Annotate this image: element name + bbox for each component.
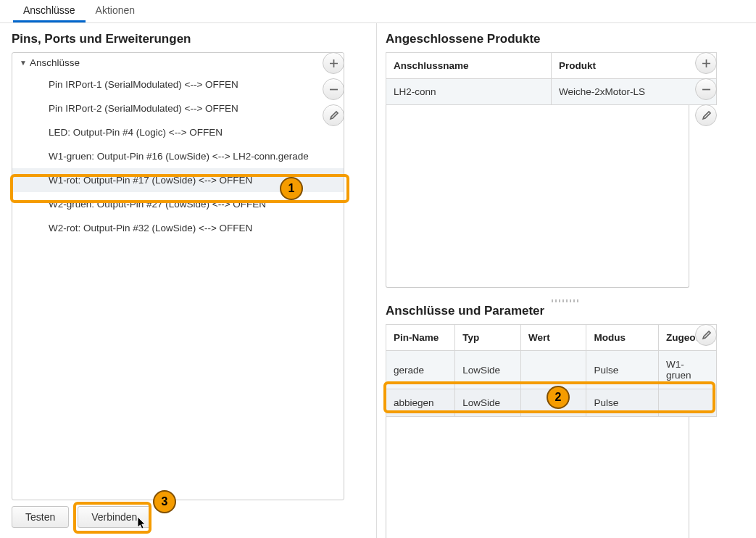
test-button[interactable]: Testen: [12, 506, 69, 528]
tree-item[interactable]: Pin IRPort-2 (SerialModulated) <--> OFFE…: [12, 96, 344, 120]
pins-heading: Pins, Ports und Erweiterungen: [12, 32, 372, 46]
cell-conn-name: LH2-conn: [386, 79, 552, 105]
table-row[interactable]: gerade LowSide Pulse W1-gruen: [386, 351, 717, 389]
products-table[interactable]: Anschlussname Produkt LH2-conn Weiche-2x…: [386, 52, 717, 105]
minus-icon: [701, 84, 712, 95]
remove-product-button[interactable]: [695, 78, 717, 100]
caret-down-icon: ▼: [20, 59, 27, 67]
edit-pin-button[interactable]: [323, 104, 344, 126]
cell: W1-gruen: [658, 351, 716, 389]
cell-product: Weiche-2xMotor-LS: [552, 79, 717, 105]
pencil-icon: [701, 330, 712, 341]
plus-icon: [701, 58, 712, 69]
col-product[interactable]: Produkt: [552, 53, 717, 79]
products-heading: Angeschlossene Produkte: [386, 32, 744, 46]
mouse-cursor-icon: [137, 516, 147, 529]
col-mode[interactable]: Modus: [586, 325, 659, 351]
cell: abbiegen: [386, 389, 455, 417]
annotation-badge-2: 2: [547, 386, 570, 409]
params-heading: Anschlüsse und Parameter: [386, 304, 744, 318]
tree-item[interactable]: W1-gruen: Output-Pin #16 (LowSide) <--> …: [12, 144, 344, 168]
pins-tree[interactable]: ▼ Anschlüsse Pin IRPort-1 (SerialModulat…: [12, 52, 344, 500]
tab-actions[interactable]: Aktionen: [86, 0, 145, 22]
tab-bar: Anschlüsse Aktionen: [0, 0, 756, 23]
cell: LowSide: [455, 351, 521, 389]
tree-item[interactable]: LED: Output-Pin #4 (Logic) <--> OFFEN: [12, 120, 344, 144]
cell: LowSide: [455, 389, 521, 417]
edit-param-button[interactable]: [695, 324, 717, 346]
annotation-badge-1: 1: [280, 177, 303, 200]
params-empty-area: [386, 417, 689, 538]
tree-root-label: Anschlüsse: [30, 57, 80, 68]
tree-item[interactable]: W2-rot: Output-Pin #32 (LowSide) <--> OF…: [12, 216, 344, 240]
col-value[interactable]: Wert: [521, 325, 586, 351]
tree-root-connections[interactable]: ▼ Anschlüsse: [12, 53, 344, 73]
cell: [521, 351, 586, 389]
cell: Pulse: [586, 389, 659, 417]
minus-icon: [328, 84, 339, 95]
cell: Pulse: [586, 351, 659, 389]
cell: gerade: [386, 351, 455, 389]
edit-product-button[interactable]: [695, 104, 717, 126]
plus-icon: [328, 58, 339, 69]
table-row[interactable]: LH2-conn Weiche-2xMotor-LS: [386, 79, 717, 105]
products-empty-area: [386, 105, 689, 288]
annotation-badge-3: 3: [153, 490, 176, 513]
remove-pin-button[interactable]: [323, 78, 344, 100]
tree-item[interactable]: Pin IRPort-1 (SerialModulated) <--> OFFE…: [12, 73, 344, 96]
col-connection-name[interactable]: Anschlussname: [386, 53, 552, 79]
pencil-icon: [328, 110, 339, 121]
add-pin-button[interactable]: [323, 52, 344, 74]
cell: [658, 389, 716, 417]
pencil-icon: [701, 110, 712, 121]
tab-connections[interactable]: Anschlüsse: [13, 0, 86, 22]
col-type[interactable]: Typ: [455, 325, 521, 351]
col-pin-name[interactable]: Pin-Name: [386, 325, 455, 351]
add-product-button[interactable]: [695, 52, 717, 74]
